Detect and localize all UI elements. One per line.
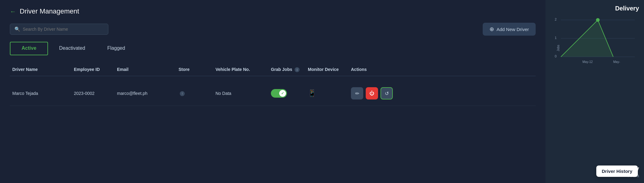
toggle-thumb: ✓ bbox=[279, 90, 286, 97]
page-title: Driver Management bbox=[20, 7, 79, 15]
left-panel: ← Driver Management 🔍 ⊕ Add New Driver A… bbox=[0, 0, 545, 183]
table-row: Marco Tejada 2023-0002 marco@fleet.ph i … bbox=[10, 81, 536, 106]
power-icon: ⏻ bbox=[369, 91, 374, 96]
col-driver-name: Driver Name bbox=[10, 66, 71, 73]
delivery-chart: 2 1 0 Jobs May-12 May- bbox=[550, 14, 639, 76]
edit-icon: ✏ bbox=[355, 91, 359, 96]
cell-vehicle-plate: No Data bbox=[213, 90, 268, 97]
right-panel: Delivery 2 1 0 Jobs May-12 May- bbox=[545, 0, 644, 183]
col-store: Store bbox=[176, 66, 213, 73]
col-actions: Actions bbox=[348, 66, 410, 73]
grab-jobs-info-icon[interactable]: i bbox=[295, 67, 300, 72]
cell-grab-jobs[interactable]: ✓ bbox=[268, 88, 305, 99]
tabs-row: Active Deactivated Flagged bbox=[10, 42, 536, 55]
cell-driver-name: Marco Tejada bbox=[10, 90, 71, 97]
cell-employee-id: 2023-0002 bbox=[71, 90, 115, 97]
search-icon: 🔍 bbox=[14, 26, 20, 32]
cell-store: i bbox=[176, 90, 213, 97]
grab-jobs-toggle[interactable]: ✓ bbox=[271, 89, 303, 98]
back-arrow-icon[interactable]: ← bbox=[10, 8, 16, 15]
phone-icon: 📱 bbox=[308, 89, 316, 97]
tab-active[interactable]: Active bbox=[10, 42, 47, 55]
svg-text:0: 0 bbox=[555, 54, 557, 58]
add-new-driver-button[interactable]: ⊕ Add New Driver bbox=[483, 23, 536, 36]
svg-text:2: 2 bbox=[555, 18, 557, 21]
tab-flagged[interactable]: Flagged bbox=[96, 42, 136, 55]
history-button[interactable]: ↺ bbox=[380, 87, 393, 99]
main-container: ← Driver Management 🔍 ⊕ Add New Driver A… bbox=[0, 0, 644, 183]
svg-text:Jobs: Jobs bbox=[557, 45, 560, 51]
header-row: ← Driver Management bbox=[10, 7, 536, 15]
edit-button[interactable]: ✏ bbox=[351, 87, 363, 99]
plus-icon: ⊕ bbox=[489, 26, 494, 33]
add-driver-label: Add New Driver bbox=[497, 27, 529, 32]
col-vehicle-plate: Vehicle Plate No. bbox=[213, 66, 268, 73]
chart-area: 2 1 0 Jobs May-12 May- bbox=[550, 14, 639, 162]
toggle-check-icon: ✓ bbox=[281, 91, 284, 95]
col-employee-id: Employee ID bbox=[71, 66, 115, 73]
active-tab-wrapper: Active bbox=[10, 42, 48, 55]
cell-actions: ✏ ⏻ ↺ bbox=[348, 86, 410, 101]
history-icon: ↺ bbox=[385, 91, 389, 96]
toggle-switch[interactable]: ✓ bbox=[271, 89, 287, 98]
col-grab-jobs: Grab Jobs i bbox=[268, 66, 305, 73]
cell-email: marco@fleet.ph bbox=[115, 90, 176, 97]
driver-history-tooltip: Driver History bbox=[596, 165, 638, 177]
search-box[interactable]: 🔍 bbox=[10, 24, 108, 35]
store-info-icon[interactable]: i bbox=[180, 91, 185, 96]
right-panel-title: Delivery bbox=[550, 5, 639, 12]
toolbar-row: 🔍 ⊕ Add New Driver bbox=[10, 23, 536, 36]
table-header: Driver Name Employee ID Email Store Vehi… bbox=[10, 63, 536, 76]
svg-text:1: 1 bbox=[555, 36, 557, 40]
svg-text:May-12: May-12 bbox=[582, 60, 593, 64]
svg-text:May-: May- bbox=[613, 60, 620, 64]
svg-point-7 bbox=[596, 18, 600, 22]
tab-deactivated[interactable]: Deactivated bbox=[48, 42, 96, 55]
action-buttons: ✏ ⏻ ↺ bbox=[351, 87, 408, 99]
col-email: Email bbox=[115, 66, 176, 73]
search-input[interactable] bbox=[23, 27, 104, 32]
cell-monitor-device: 📱 bbox=[305, 88, 348, 99]
col-monitor-device: Monitor Device bbox=[305, 66, 348, 73]
power-button[interactable]: ⏻ bbox=[366, 87, 378, 99]
